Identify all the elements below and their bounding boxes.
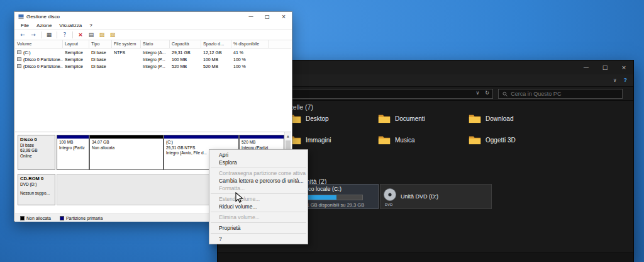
menu-separator [211,212,306,212]
delete-icon[interactable]: × [76,31,85,39]
menu-item-apri[interactable]: Apri [209,151,308,159]
disk-management-titlebar[interactable]: Gestione disco — □ × [14,12,292,21]
mouse-cursor [235,192,243,206]
search-box[interactable] [498,89,623,99]
disk-management-app-icon [18,14,24,20]
legend-unallocated: Non allocata [20,216,51,220]
column-header-stato[interactable]: Stato [141,40,170,48]
drive-dvd-name: Unità DVD (D:) [401,193,438,200]
folder-label: Desktop [306,115,329,122]
graphic-view-icon[interactable]: ▧ [108,31,117,39]
toolbar-separator [41,31,42,38]
explorer-close-button[interactable]: × [614,60,633,74]
menu-item-contrassegna-partizione-attiva: Contrassegna partizione come attiva [209,169,308,177]
scroll-up-icon[interactable]: ▲ [285,132,291,139]
folder-icon [469,113,481,123]
dvd-disc-icon [383,188,397,202]
drive-c-usage-bar [300,195,363,200]
folder-label: Download [486,115,513,122]
folder-icon [378,113,391,123]
explorer-maximize-button[interactable]: □ [596,60,614,74]
toolbar-separator [57,31,57,38]
explorer-status-bar [218,253,633,262]
search-icon [502,91,508,97]
folder-tile-download[interactable]: Download [469,111,513,126]
console-window-icon[interactable]: ▦ [45,31,53,39]
menu-separator [211,233,306,234]
folder-icon [378,135,391,145]
back-icon[interactable]: ← [18,31,27,39]
menu-item-help[interactable]: ? [209,235,308,242]
toolbar: ← → ▦ ? × ▤ ▨ ▧ [14,30,292,40]
help-icon[interactable]: ? [60,31,69,39]
address-dropdown-icon[interactable]: ∨ [475,90,479,96]
refresh-icon[interactable]: ↻ [485,90,489,96]
menu-item-cambia-lettera-percorso[interactable]: Cambia lettera e percorso di unità... [209,177,308,185]
menu-separator [211,168,306,168]
menu-visualizza[interactable]: Visualizza [55,23,86,28]
menu-item-elimina-volume: Elimina volume... [209,214,308,221]
menu-separator [211,193,306,194]
legend-color-swatch [20,216,25,220]
partition-system-100mb[interactable]: 100 MB Integro (Partiz [57,135,89,170]
drive-dvd-tile[interactable]: DVD Unità DVD (D:) [380,184,492,209]
menu-bar: File Azione Visualizza ? [14,21,292,30]
column-header-layout[interactable]: Layout [63,40,89,48]
menu-azione[interactable]: Azione [33,23,55,28]
folder-tile-musica[interactable]: Musica [378,132,415,147]
menu-item-esplora[interactable]: Esplora [209,159,308,166]
folder-icon [469,135,481,145]
column-header-capacita[interactable]: Capacità [170,40,201,48]
drive-c-free-space: 12,1 GB disponibili su 29,3 GB [300,202,364,208]
folder-label: Immagini [306,137,331,144]
volume-table-header: Volume Layout Tipo File system Stato Cap… [15,40,291,48]
cdrom-header[interactable]: CD-ROM 0 DVD (D:) Nessun suppo... [18,174,55,205]
explorer-minimize-button[interactable]: — [577,60,596,74]
forward-icon[interactable]: → [29,31,38,39]
dm-maximize-button[interactable]: □ [259,12,275,21]
disk0-header[interactable]: Disco 0 Di base 63,98 GB Online [18,135,55,170]
window-title: Gestione disco [26,14,60,20]
volume-icon [17,64,21,68]
folder-tile-documenti[interactable]: Documenti [378,111,425,126]
volume-icon [17,50,21,54]
dm-minimize-button[interactable]: — [243,12,259,21]
legend-color-swatch [60,216,64,220]
volume-row-partition-2[interactable]: (Disco 0 Partizione... Semplice Di base … [15,62,269,69]
folder-label: Musica [395,137,415,144]
column-header-file-system[interactable]: File system [112,40,141,48]
menu-item-formatta: Formatta... [209,185,308,192]
column-header-disponibile[interactable]: % disponibile [231,40,269,48]
partition-context-menu: Apri Esplora Contrassegna partizione com… [209,149,308,244]
partition-unallocated[interactable]: 34,07 GB Non allocata [89,135,164,170]
column-header-tipo[interactable]: Tipo [89,40,112,48]
properties-icon[interactable]: ▤ [87,31,96,39]
folder-tile-immagini[interactable]: Immagini [289,132,331,147]
folder-label: Oggetti 3D [486,137,516,144]
folder-tile-desktop[interactable]: Desktop [289,111,329,126]
folder-view-icon[interactable]: ▨ [97,31,106,39]
folder-label: Documenti [395,115,425,122]
volume-row-c[interactable]: (C:) Semplice Di base NTFS Integro (A...… [15,48,269,55]
column-header-volume[interactable]: Volume [15,40,63,48]
menu-file[interactable]: File [17,23,33,28]
menu-separator [211,222,306,223]
dvd-icon-label: DVD [385,203,393,207]
column-header-spazio[interactable]: Spazio d... [201,40,231,48]
menu-item-estendi-volume: Estendi volume... [209,195,308,203]
ribbon-help-icon[interactable]: ? [624,77,628,83]
dm-close-button[interactable]: × [275,12,292,21]
ribbon-collapse-icon[interactable]: ∨ [613,77,617,83]
volume-row-partition-1[interactable]: (Disco 0 Partizione... Semplice Di base … [15,55,269,62]
menu-help[interactable]: ? [86,23,96,28]
legend-primary-partition: Partizione primaria [60,216,103,220]
menu-item-proprieta[interactable]: Proprietà [209,224,308,232]
search-input[interactable] [511,91,618,97]
folder-tile-oggetti-3d[interactable]: Oggetti 3D [469,132,516,147]
toolbar-separator [72,31,73,38]
volume-icon [17,57,21,61]
menu-item-riduci-volume[interactable]: Riduci volume... [209,203,308,210]
